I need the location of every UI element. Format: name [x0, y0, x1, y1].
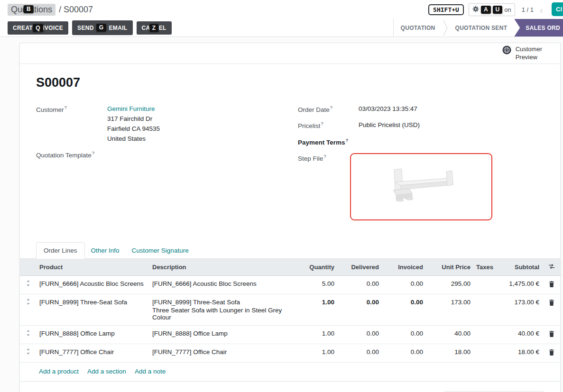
table-row: [FURN_7777] Office Chair [FURN_7777] Off…: [20, 344, 561, 363]
breadcrumb: Quotations B / S00007: [8, 4, 93, 16]
tab-order-lines[interactable]: Order Lines: [36, 242, 85, 259]
cancel-button[interactable]: CANCEL Z: [137, 21, 172, 35]
quantity-cell[interactable]: 1.00: [295, 344, 337, 363]
shortcut-badge-shift-u: SHIFT+U: [428, 4, 464, 15]
step-file-3d-preview: [381, 164, 461, 210]
product-cell[interactable]: [FURN_8999] Three-Seat Sofa: [37, 294, 149, 326]
row-drag-handle[interactable]: [20, 326, 37, 344]
help-marker: ?: [330, 105, 332, 110]
column-header-delivered[interactable]: Delivered: [337, 259, 382, 276]
payment-terms-label-text: Payment Terms: [298, 138, 345, 146]
column-header-description[interactable]: Description: [149, 259, 295, 276]
customer-address-line3: United States: [107, 134, 160, 144]
quantity-cell[interactable]: 1.00: [295, 294, 337, 326]
shortcut-badge-b: B: [24, 5, 34, 13]
globe-icon: [502, 46, 511, 57]
record-action-buttons: CREATE INVOICE Q SEND G EMAIL CANCEL Z: [8, 20, 172, 35]
status-step-sales-order[interactable]: SALES ORD: [514, 19, 563, 36]
description-cell[interactable]: [FURN_6666] Acoustic Bloc Screens: [149, 276, 295, 294]
column-header-unit-price[interactable]: Unit Price: [426, 259, 473, 276]
column-header-invoiced[interactable]: Invoiced: [382, 259, 426, 276]
pager-previous-button[interactable]: ‹: [538, 5, 545, 15]
delivered-cell[interactable]: 0.00: [337, 344, 382, 363]
tab-other-info[interactable]: Other Info: [85, 243, 126, 258]
column-header-taxes[interactable]: Taxes: [473, 259, 493, 276]
delete-line-button[interactable]: [547, 330, 556, 339]
order-date-field-value[interactable]: 03/03/2023 13:35:47: [359, 104, 417, 115]
action-menu-button[interactable]: A U on: [469, 3, 515, 16]
add-note-link[interactable]: Add a note: [135, 368, 166, 375]
tab-customer-signature[interactable]: Customer Signature: [126, 243, 195, 258]
unit-price-cell[interactable]: 173.00: [426, 294, 473, 326]
create-invoice-button[interactable]: CREATE INVOICE Q: [8, 21, 68, 35]
product-cell[interactable]: [FURN_8888] Office Lamp: [37, 326, 149, 344]
breadcrumb-quotations[interactable]: Quotations B: [8, 4, 55, 16]
trash-icon: [549, 349, 554, 356]
row-drag-handle[interactable]: [20, 344, 37, 363]
order-lines-table: Product Description Quantity Delivered I…: [20, 259, 561, 363]
taxes-cell[interactable]: [473, 344, 493, 363]
taxes-cell[interactable]: [473, 276, 493, 294]
add-section-link[interactable]: Add a section: [87, 368, 126, 375]
delete-line-button[interactable]: [547, 348, 556, 358]
pricelist-field-value[interactable]: Public Pricelist (USD): [359, 120, 420, 131]
quantity-cell[interactable]: 1.00: [295, 326, 337, 344]
control-panel-top: Quotations B / S00007 SHIFT+U A U on 1 /…: [0, 0, 563, 19]
trash-icon: [549, 300, 554, 306]
send-email-button[interactable]: SEND G EMAIL: [72, 20, 133, 35]
form-body: S00007 Customer? Gemini Furniture 317 Fa…: [20, 64, 560, 226]
delete-line-button[interactable]: [547, 280, 556, 290]
invoiced-cell[interactable]: 0.00: [382, 344, 426, 363]
customer-field-label: Customer?: [36, 104, 107, 144]
column-header-product[interactable]: Product: [37, 259, 149, 276]
delivered-cell[interactable]: 0.00: [337, 276, 382, 294]
help-marker: ?: [346, 137, 349, 143]
customer-link[interactable]: Gemini Furniture: [107, 105, 155, 112]
delivered-cell[interactable]: 0.00: [337, 294, 382, 326]
customer-address-line1: 317 Fairchild Dr: [107, 114, 160, 124]
description-cell[interactable]: [FURN_8999] Three-Seat Sofa Three Seater…: [149, 294, 295, 326]
help-marker: ?: [321, 121, 323, 126]
description-cell[interactable]: [FURN_7777] Office Chair: [149, 344, 295, 363]
invoiced-cell[interactable]: 0.00: [382, 276, 426, 294]
close-button[interactable]: Cl: [552, 2, 563, 16]
optional-columns-toggle[interactable]: [542, 259, 561, 276]
shortcut-badge-u: U: [493, 6, 503, 14]
page-title: S00007: [36, 75, 544, 90]
subtotal-cell: 173.00 €: [493, 294, 542, 326]
unit-price-cell[interactable]: 18.00: [426, 344, 473, 363]
taxes-cell[interactable]: [473, 294, 493, 326]
status-step-quotation-sent[interactable]: QUOTATION SENT: [448, 19, 515, 36]
taxes-cell[interactable]: [473, 326, 493, 344]
product-cell[interactable]: [FURN_7777] Office Chair: [37, 344, 149, 363]
field-column-right: Order Date? 03/03/2023 13:35:47 Pricelis…: [298, 104, 544, 226]
product-cell[interactable]: [FURN_6666] Acoustic Bloc Screens: [37, 276, 149, 294]
row-drag-handle[interactable]: [20, 276, 37, 294]
shortcut-badge-q: Q: [33, 24, 43, 32]
delete-line-button[interactable]: [547, 299, 556, 308]
status-step-quotation[interactable]: QUOTATION: [394, 19, 443, 36]
invoiced-cell[interactable]: 0.00: [382, 326, 426, 344]
subtotal-cell: 18.00 €: [493, 344, 542, 363]
control-panel-buttons: CREATE INVOICE Q SEND G EMAIL CANCEL Z Q…: [0, 19, 563, 37]
invoiced-cell[interactable]: 0.00: [382, 294, 426, 326]
description-cell[interactable]: [FURN_8888] Office Lamp: [149, 326, 295, 344]
column-header-subtotal[interactable]: Subtotal: [493, 259, 542, 276]
pricelist-field-row: Pricelist? Public Pricelist (USD): [298, 120, 544, 131]
column-header-quantity[interactable]: Quantity: [295, 259, 337, 276]
step-file-field-row: Step File?: [298, 153, 544, 220]
customer-preview-link[interactable]: Customer Preview: [502, 46, 542, 62]
statusbar: QUOTATION QUOTATION SENT SALES ORD: [393, 19, 563, 36]
add-product-link[interactable]: Add a product: [39, 368, 79, 375]
field-column-left: Customer? Gemini Furniture 317 Fairchild…: [36, 104, 298, 226]
payment-terms-field-row: Payment Terms?: [298, 137, 544, 147]
adjust-columns-icon: [548, 264, 555, 269]
send-email-label-pre: SEND: [77, 25, 94, 31]
step-file-field-value[interactable]: [350, 153, 492, 220]
unit-price-cell[interactable]: 295.00: [426, 276, 473, 294]
unit-price-cell[interactable]: 40.00: [426, 326, 473, 344]
trash-icon: [549, 331, 554, 337]
delivered-cell[interactable]: 0.00: [337, 326, 382, 344]
row-drag-handle[interactable]: [20, 294, 37, 326]
quantity-cell[interactable]: 5.00: [295, 276, 337, 294]
